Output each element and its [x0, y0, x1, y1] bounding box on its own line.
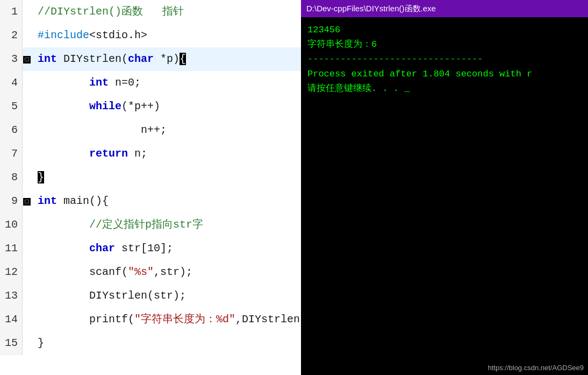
line-content-1: //DIYstrlen()函数 指针 [32, 0, 184, 24]
line-content-5: while(*p++) [32, 95, 160, 118]
terminal-line-2: 字符串长度为：6 [307, 37, 582, 52]
fold-5 [23, 95, 32, 119]
line-content-7: return n; [32, 142, 147, 166]
line-content-15: } [32, 331, 44, 355]
line-content-9: int main(){ [32, 189, 109, 213]
code-lines: 1 //DIYstrlen()函数 指针 2 #include<stdio.h>… [0, 0, 301, 375]
terminal-line-4: 请按任意键继续. . . _ [307, 81, 582, 96]
code-line-12: 12 scanf("%s",str); [0, 260, 301, 284]
line-number-5: 5 [0, 95, 23, 118]
code-line-5: 5 while(*p++) [0, 95, 301, 118]
line-content-12: scanf("%s",str); [32, 260, 192, 284]
line-content-2: #include<stdio.h> [32, 24, 147, 47]
line-content-8: } [32, 166, 44, 189]
fold-13 [23, 285, 32, 308]
fold-12 [23, 261, 32, 285]
code-line-15: 15 } [0, 331, 301, 355]
line-number-12: 12 [0, 260, 23, 284]
line-number-7: 7 [0, 142, 23, 166]
line-content-6: n++; [32, 118, 167, 142]
terminal-titlebar: D:\Dev-cppFiles\DIYstrlen()函数.exe [301, 0, 588, 17]
line-content-11: char str[10]; [32, 237, 173, 260]
line-number-6: 6 [0, 118, 23, 142]
code-line-6: 6 n++; [0, 118, 301, 142]
code-line-8: 8 } [0, 166, 301, 189]
code-line-13: 13 DIYstrlen(str); [0, 284, 301, 308]
terminal-title: D:\Dev-cppFiles\DIYstrlen()函数.exe [306, 4, 436, 14]
code-line-14: 14 printf("字符串长度为：%d",DIYstrlen(str)); [0, 308, 301, 331]
fold-3: □ [23, 48, 32, 72]
terminal-line-1: 123456 [307, 23, 582, 37]
code-line-9: 9 □ int main(){ [0, 189, 301, 213]
line-content-10: //定义指针p指向str字 [32, 213, 203, 237]
fold-11 [23, 237, 32, 261]
code-line-11: 11 char str[10]; [0, 237, 301, 260]
fold-4 [23, 72, 32, 95]
watermark: https://blog.csdn.net/AGDSee9 [488, 364, 584, 372]
code-line-4: 4 int n=0; [0, 71, 301, 95]
fold-10 [23, 214, 32, 237]
terminal-line-3: Process exited after 1.804 seconds with … [307, 67, 582, 81]
fold-8 [23, 166, 32, 190]
code-line-3: 3 □ int DIYstrlen(char *p){ [0, 47, 301, 71]
fold-6 [23, 119, 32, 143]
line-number-10: 10 [0, 213, 23, 237]
line-number-13: 13 [0, 284, 23, 308]
code-line-7: 7 return n; [0, 142, 301, 166]
fold-2 [23, 24, 32, 48]
line-number-11: 11 [0, 237, 23, 260]
code-line-2: 2 #include<stdio.h> [0, 24, 301, 47]
line-number-2: 2 [0, 24, 23, 47]
line-number-3: 3 [0, 47, 23, 71]
terminal-body: 123456 字符串长度为：6 ------------------------… [301, 17, 588, 375]
line-content-14: printf("字符串长度为：%d",DIYstrlen(str)); [32, 308, 301, 331]
line-number-4: 4 [0, 71, 23, 95]
code-line-1: 1 //DIYstrlen()函数 指针 [0, 0, 301, 24]
fold-7 [23, 143, 32, 166]
line-number-1: 1 [0, 0, 23, 24]
fold-9: □ [23, 190, 32, 214]
line-number-15: 15 [0, 331, 23, 355]
fold-14 [23, 308, 32, 332]
line-number-9: 9 [0, 189, 23, 213]
code-editor[interactable]: 1 //DIYstrlen()函数 指针 2 #include<stdio.h>… [0, 0, 301, 375]
terminal-window: D:\Dev-cppFiles\DIYstrlen()函数.exe 123456… [301, 0, 588, 375]
line-content-4: int n=0; [32, 71, 141, 95]
code-line-10: 10 //定义指针p指向str字 [0, 213, 301, 237]
fold-15 [23, 332, 32, 356]
line-number-14: 14 [0, 308, 23, 331]
fold-1 [23, 1, 32, 24]
line-content-3: int DIYstrlen(char *p){ [32, 47, 186, 71]
line-number-8: 8 [0, 166, 23, 189]
terminal-separator: -------------------------------- [307, 52, 582, 66]
line-content-13: DIYstrlen(str); [32, 284, 186, 308]
